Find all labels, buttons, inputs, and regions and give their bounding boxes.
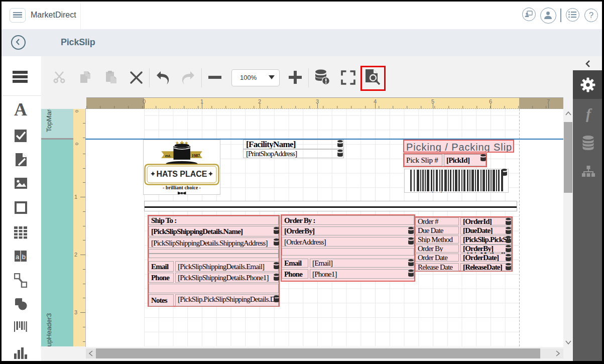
svg-text:est.: est.: [165, 153, 171, 158]
svg-text:a: a: [16, 253, 20, 261]
svg-text:HATS PLACE: HATS PLACE: [156, 170, 207, 178]
svg-text:- brilliant choice -: - brilliant choice -: [163, 185, 201, 190]
svg-text:b: b: [22, 253, 26, 261]
svg-text:1987: 1987: [192, 153, 201, 158]
